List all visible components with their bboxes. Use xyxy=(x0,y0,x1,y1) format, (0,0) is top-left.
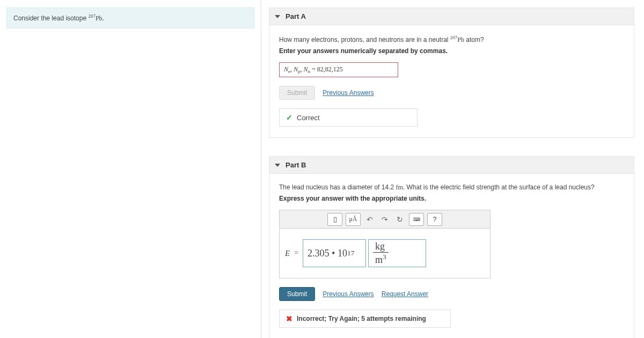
fraction-tool-icon[interactable]: ▯ xyxy=(327,213,342,226)
unit-denominator: m3 xyxy=(373,253,389,266)
help-button[interactable]: ? xyxy=(427,213,442,226)
isotope-symbol: Pb xyxy=(96,14,103,22)
answer-editor: ▯ μÅ ↶ ↷ ↻ ⌨ ? E = 2.305 • 1017 kg xyxy=(279,210,491,278)
previous-answers-link-a[interactable]: Previous Answers xyxy=(323,89,374,97)
qb-post: . What is the electric field strength at… xyxy=(403,183,595,191)
isotope-mass: 207 xyxy=(88,13,96,19)
feedback-incorrect: ✖ Incorrect; Try Again; 5 attempts remai… xyxy=(279,310,451,328)
request-answer-link[interactable]: Request Answer xyxy=(382,290,428,298)
unit-numerator: kg xyxy=(373,241,389,253)
previous-answers-link-b[interactable]: Previous Answers xyxy=(323,290,374,298)
redo-icon[interactable]: ↷ xyxy=(379,213,391,226)
feedback-correct: ✓ Correct xyxy=(279,108,418,127)
part-b-question: The lead nucleus has a diameter of 14.2 … xyxy=(279,183,624,192)
part-b-instruction: Express your answer with the appropriate… xyxy=(279,195,624,202)
cross-icon: ✖ xyxy=(286,314,292,323)
answer-symbol: E xyxy=(285,239,292,267)
part-a-body: How many electrons, protons, and neutron… xyxy=(269,25,634,138)
part-b-header[interactable]: Part B xyxy=(269,156,634,174)
feedback-text-a: Correct xyxy=(297,114,320,122)
editor-toolbar: ▯ μÅ ↶ ↷ ↻ ⌨ ? xyxy=(280,210,490,229)
q-iso-sup: 207 xyxy=(450,35,458,40)
undo-icon[interactable]: ↶ xyxy=(364,213,376,226)
mu-angstrom-button[interactable]: μÅ xyxy=(346,213,361,226)
part-a-title: Part A xyxy=(286,12,306,20)
chevron-down-icon xyxy=(275,15,280,18)
q-post: atom? xyxy=(464,36,484,43)
equals-sign: = xyxy=(294,239,301,267)
q-pre: How many electrons, protons, and neutron… xyxy=(279,36,450,43)
reset-icon[interactable]: ↻ xyxy=(394,213,406,226)
problem-prompt: Consider the lead isotope 207Pb. xyxy=(6,8,254,28)
answer-field-a[interactable]: Ne, Np, Nn = 82,82,125 xyxy=(279,62,398,77)
part-a-instruction: Enter your answers numerically separated… xyxy=(279,47,624,55)
part-b-body: The lead nucleus has a diameter of 14.2 … xyxy=(269,174,634,338)
check-icon: ✓ xyxy=(286,113,292,122)
answer-value-b[interactable]: 2.305 • 1017 xyxy=(303,239,366,267)
part-a-header[interactable]: Part A xyxy=(269,8,634,25)
submit-button-b[interactable]: Submit xyxy=(279,287,315,301)
part-a-question: How many electrons, protons, and neutron… xyxy=(279,35,624,44)
submit-button-a: Submit xyxy=(279,86,315,100)
keyboard-icon[interactable]: ⌨ xyxy=(409,213,424,226)
unit-box[interactable]: kg m3 xyxy=(368,239,426,267)
prompt-suffix: . xyxy=(103,14,104,22)
chevron-down-icon xyxy=(275,164,280,167)
part-b-title: Part B xyxy=(286,161,306,169)
q-iso-sym: Pb xyxy=(457,36,464,43)
prompt-prefix: Consider the lead isotope xyxy=(13,14,88,22)
answer-value-a: 82,82,125 xyxy=(317,65,343,73)
feedback-text-b: Incorrect; Try Again; 5 attempts remaini… xyxy=(297,315,426,322)
qb-unit: fm xyxy=(396,183,402,191)
qb-pre: The lead nucleus has a diameter of 14.2 xyxy=(279,183,396,191)
